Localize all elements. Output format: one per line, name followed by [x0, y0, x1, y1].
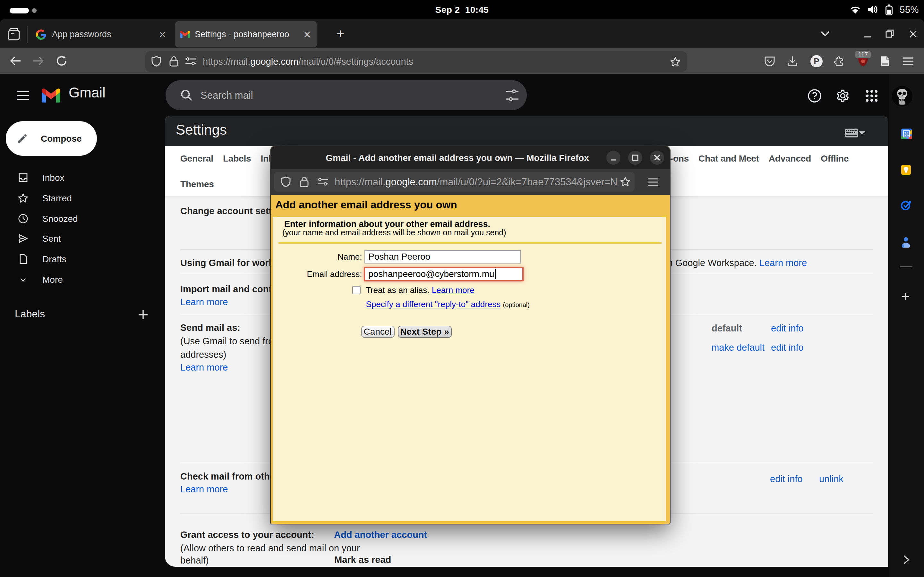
- svg-text:31: 31: [904, 131, 909, 136]
